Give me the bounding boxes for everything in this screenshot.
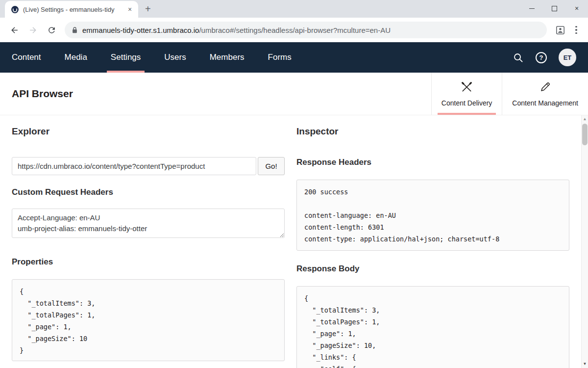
nav-item-members[interactable]: Members: [205, 42, 249, 73]
nav-item-media[interactable]: Media: [60, 42, 92, 73]
tab-label: Content Delivery: [441, 99, 492, 107]
search-icon[interactable]: [513, 52, 524, 63]
url-text: emmanuels-tidy-otter.s1.umbraco.io/umbra…: [82, 26, 391, 34]
nav-right-tools: ? ET: [513, 42, 576, 73]
nav-item-users[interactable]: Users: [159, 42, 191, 73]
response-headers-code-box: 200 success content-language: en-AU cont…: [296, 180, 569, 251]
api-mode-tabs: Content Delivery Content Management: [431, 73, 588, 115]
request-url-row: Go!: [12, 157, 285, 175]
browser-toolbar: emmanuels-tidy-otter.s1.umbraco.io/umbra…: [0, 18, 588, 42]
properties-heading: Properties: [12, 257, 285, 267]
response-body-code-box: { "_totalItems": 3, "_totalPages": 1, "_…: [296, 286, 569, 368]
content-delivery-icon: [460, 80, 473, 96]
nav-item-forms[interactable]: Forms: [263, 42, 296, 73]
refresh-icon[interactable]: [42, 21, 61, 39]
umbraco-top-nav: Content Media Settings Users Members For…: [0, 42, 588, 73]
tab-content-delivery[interactable]: Content Delivery: [431, 73, 502, 115]
nav-item-settings[interactable]: Settings: [106, 42, 146, 73]
browser-tab[interactable]: (Live) Settings - emmanuels-tidy ×: [5, 1, 138, 18]
page-title: API Browser: [12, 88, 73, 100]
inspector-title: Inspector: [296, 125, 569, 138]
properties-code-box: { "_totalItems": 3, "_totalPages": 1, "_…: [12, 279, 285, 361]
window-maximize-icon[interactable]: [543, 0, 565, 17]
page-header: API Browser Content Delivery Content Man…: [0, 73, 588, 115]
tab-close-icon[interactable]: ×: [125, 5, 134, 13]
profile-icon[interactable]: [551, 21, 569, 39]
new-tab-icon[interactable]: +: [145, 4, 151, 13]
window-controls: ×: [520, 0, 588, 17]
response-headers-heading: Response Headers: [296, 157, 569, 168]
response-body-heading: Response Body: [296, 263, 569, 274]
scrollbar-up-icon[interactable]: ▲: [582, 115, 588, 123]
user-avatar[interactable]: ET: [559, 49, 576, 66]
inspector-panel: Inspector Response Headers 200 success c…: [296, 125, 569, 368]
explorer-title: Explorer: [12, 125, 285, 138]
umbraco-favicon-icon: [11, 5, 19, 14]
scrollbar-down-icon[interactable]: ▼: [582, 360, 588, 368]
custom-headers-textarea[interactable]: Accept-Language: en-AU umb-project-alias…: [12, 209, 285, 238]
url-path: /umbraco#/settings/headless/api-browser?…: [199, 26, 391, 34]
custom-request-headers-heading: Custom Request Headers: [12, 187, 285, 198]
browser-tab-bar: (Live) Settings - emmanuels-tidy × + ×: [0, 0, 588, 18]
request-url-input[interactable]: [12, 157, 256, 175]
forward-icon[interactable]: [24, 21, 42, 39]
lock-icon: [72, 26, 77, 33]
tab-content-management[interactable]: Content Management: [502, 73, 588, 115]
go-button[interactable]: Go!: [258, 157, 285, 175]
nav-item-content[interactable]: Content: [7, 42, 46, 73]
content-management-pencil-icon: [539, 80, 552, 96]
page-scrollbar[interactable]: ▲ ▼: [581, 115, 588, 368]
back-icon[interactable]: [5, 21, 24, 39]
url-domain: emmanuels-tidy-otter.s1.umbraco.io: [82, 26, 199, 34]
scrollbar-thumb[interactable]: [582, 124, 588, 145]
tab-label: Content Management: [512, 99, 578, 107]
explorer-panel: Explorer Go! Custom Request Headers Acce…: [12, 125, 285, 368]
address-bar[interactable]: emmanuels-tidy-otter.s1.umbraco.io/umbra…: [65, 22, 547, 38]
main-content: Explorer Go! Custom Request Headers Acce…: [0, 115, 588, 368]
window-minimize-icon[interactable]: [520, 0, 543, 17]
window-close-icon[interactable]: ×: [565, 0, 588, 17]
browser-menu-icon[interactable]: [569, 21, 583, 39]
browser-window: (Live) Settings - emmanuels-tidy × + × e…: [0, 0, 588, 368]
tab-title: (Live) Settings - emmanuels-tidy: [23, 6, 122, 13]
help-icon[interactable]: ?: [536, 52, 547, 63]
